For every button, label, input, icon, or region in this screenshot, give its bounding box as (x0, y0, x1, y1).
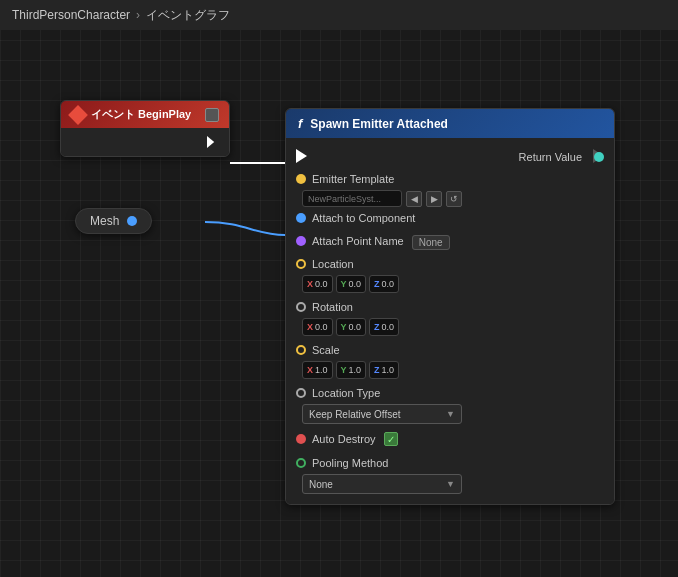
scale-z-field[interactable]: Z 1.0 (369, 361, 399, 379)
location-xyz-row: X 0.0 Y 0.0 Z 0.0 (302, 275, 614, 293)
scale-z-label: Z (374, 365, 380, 375)
beginplay-node: イベント BeginPlay (60, 100, 230, 157)
beginplay-body (61, 128, 229, 156)
rotation-y-label: Y (341, 322, 347, 332)
scale-label-row: Scale (286, 339, 614, 361)
location-label-row: Location (286, 253, 614, 275)
location-x-field[interactable]: X 0.0 (302, 275, 333, 293)
rotation-z-label: Z (374, 322, 380, 332)
location-pin (296, 259, 306, 269)
auto-destroy-row: Auto Destroy ✓ (286, 428, 614, 450)
emitter-template-input[interactable] (302, 190, 402, 207)
spawn-exec-in-pin (296, 149, 307, 163)
event-diamond-icon (68, 105, 88, 125)
scale-x-label: X (307, 365, 313, 375)
location-type-row: Location Type (286, 382, 614, 404)
beginplay-title: イベント BeginPlay (91, 107, 191, 122)
auto-destroy-pin (296, 434, 306, 444)
breadcrumb-part2: イベントグラフ (146, 7, 230, 24)
attach-component-pin (296, 213, 306, 223)
pooling-method-arrow-icon: ▼ (446, 479, 455, 489)
scale-z-value: 1.0 (382, 365, 395, 375)
location-label: Location (312, 258, 354, 270)
rotation-x-value: 0.0 (315, 322, 328, 332)
pooling-method-value: None (309, 479, 333, 490)
node-options-icon[interactable] (205, 108, 219, 122)
rotation-xyz-row: X 0.0 Y 0.0 Z 0.0 (302, 318, 614, 336)
rotation-y-field[interactable]: Y 0.0 (336, 318, 367, 336)
mesh-node: Mesh (75, 208, 152, 234)
pooling-method-row: Pooling Method (286, 452, 614, 474)
location-x-value: 0.0 (315, 279, 328, 289)
rotation-y-value: 0.0 (349, 322, 362, 332)
rotation-label: Rotation (312, 301, 353, 313)
location-y-field[interactable]: Y 0.0 (336, 275, 367, 293)
location-type-arrow-icon: ▼ (446, 409, 455, 419)
mesh-label: Mesh (90, 214, 119, 228)
emitter-right-icon[interactable]: ▶ (426, 191, 442, 207)
emitter-template-label: Emitter Template (312, 173, 394, 185)
location-type-label: Location Type (312, 387, 380, 399)
attach-point-label: Attach Point Name (312, 235, 404, 247)
emitter-template-row: Emitter Template (286, 168, 614, 190)
rotation-x-label: X (307, 322, 313, 332)
emitter-refresh-icon[interactable]: ↺ (446, 191, 462, 207)
rotation-z-value: 0.0 (382, 322, 395, 332)
auto-destroy-label: Auto Destroy (312, 433, 376, 445)
breadcrumb-bar: ThirdPersonCharacter › イベントグラフ (0, 0, 678, 30)
scale-y-field[interactable]: Y 1.0 (336, 361, 367, 379)
scale-y-value: 1.0 (349, 365, 362, 375)
attach-point-value: None (412, 235, 450, 250)
location-type-value: Keep Relative Offset (309, 409, 401, 420)
location-y-label: Y (341, 279, 347, 289)
spawn-title: Spawn Emitter Attached (310, 117, 448, 131)
emitter-template-pin (296, 174, 306, 184)
rotation-z-field[interactable]: Z 0.0 (369, 318, 399, 336)
beginplay-header: イベント BeginPlay (61, 101, 229, 128)
function-badge: f (298, 116, 302, 131)
attach-component-label: Attach to Component (312, 212, 415, 224)
rotation-label-row: Rotation (286, 296, 614, 318)
location-x-label: X (307, 279, 313, 289)
location-z-field[interactable]: Z 0.0 (369, 275, 399, 293)
scale-pin (296, 345, 306, 355)
scale-x-value: 1.0 (315, 365, 328, 375)
scale-xyz-row: X 1.0 Y 1.0 Z 1.0 (302, 361, 614, 379)
pooling-method-dropdown[interactable]: None ▼ (302, 474, 462, 494)
spawn-emitter-node: f Spawn Emitter Attached Return Value Em… (285, 108, 615, 505)
return-value-pin (594, 152, 604, 162)
spawn-header: f Spawn Emitter Attached (286, 109, 614, 138)
location-z-label: Z (374, 279, 380, 289)
scale-y-label: Y (341, 365, 347, 375)
beginplay-exec-out-pin (207, 136, 219, 148)
auto-destroy-checkbox[interactable]: ✓ (384, 432, 398, 446)
rotation-x-field[interactable]: X 0.0 (302, 318, 333, 336)
pooling-method-pin (296, 458, 306, 468)
location-type-pin (296, 388, 306, 398)
location-y-value: 0.0 (349, 279, 362, 289)
scale-label: Scale (312, 344, 340, 356)
breadcrumb-part1: ThirdPersonCharacter (12, 8, 130, 22)
breadcrumb-separator: › (136, 8, 140, 22)
location-z-value: 0.0 (382, 279, 395, 289)
pooling-method-label: Pooling Method (312, 457, 388, 469)
rotation-pin (296, 302, 306, 312)
location-type-dropdown[interactable]: Keep Relative Offset ▼ (302, 404, 462, 424)
scale-x-field[interactable]: X 1.0 (302, 361, 333, 379)
attach-point-pin (296, 236, 306, 246)
spawn-body: Return Value Emitter Template ◀ ▶ ↺ Atta… (286, 138, 614, 504)
mesh-output-pin (127, 216, 137, 226)
attach-point-row: Attach Point Name None (286, 229, 614, 253)
attach-component-row: Attach to Component (286, 207, 614, 229)
return-value-label: Return Value (519, 151, 582, 163)
emitter-left-icon[interactable]: ◀ (406, 191, 422, 207)
emitter-template-input-row: ◀ ▶ ↺ (302, 190, 614, 207)
